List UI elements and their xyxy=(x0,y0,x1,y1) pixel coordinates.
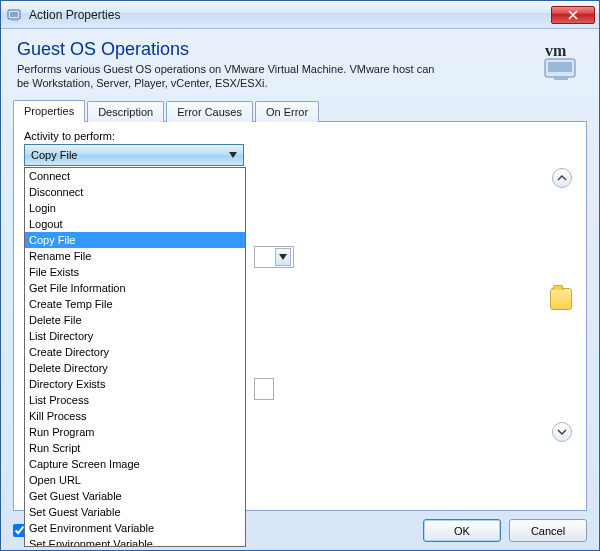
chevron-up-icon xyxy=(557,173,567,183)
activity-option[interactable]: Kill Process xyxy=(25,408,245,424)
vmware-logo: vm xyxy=(539,39,583,83)
svg-rect-1 xyxy=(10,12,18,17)
activity-option[interactable]: Run Script xyxy=(25,440,245,456)
activity-option[interactable]: Get Environment Variable xyxy=(25,520,245,536)
dialog-window: Action Properties Guest OS Operations Pe… xyxy=(0,0,600,551)
tab-on-error[interactable]: On Error xyxy=(255,101,319,122)
activity-label: Activity to perform: xyxy=(24,130,576,142)
activity-option[interactable]: Get File Information xyxy=(25,280,245,296)
tab-error-causes[interactable]: Error Causes xyxy=(166,101,253,122)
activity-dropdown[interactable]: ConnectDisconnectLoginLogoutCopy FileRen… xyxy=(24,167,246,547)
section-expand-button[interactable] xyxy=(552,422,572,442)
svg-rect-5 xyxy=(548,62,572,72)
header-text: Guest OS Operations Performs various Gue… xyxy=(17,39,531,91)
page-description: Performs various Guest OS operations on … xyxy=(17,62,447,91)
tabs: PropertiesDescriptionError CausesOn Erro… xyxy=(1,99,599,121)
activity-option[interactable]: Create Directory xyxy=(25,344,245,360)
tab-panel-properties: Activity to perform: Copy File ConnectDi… xyxy=(13,121,587,511)
activity-option[interactable]: Logout xyxy=(25,216,245,232)
activity-option[interactable]: Get Guest Variable xyxy=(25,488,245,504)
activity-option[interactable]: List Directory xyxy=(25,328,245,344)
activity-option[interactable]: Rename File xyxy=(25,248,245,264)
hidden-input-edge[interactable] xyxy=(254,378,274,400)
activity-option[interactable]: Login xyxy=(25,200,245,216)
activity-option[interactable]: Directory Exists xyxy=(25,376,245,392)
ok-button[interactable]: OK xyxy=(423,519,501,542)
close-button[interactable] xyxy=(551,6,595,24)
titlebar: Action Properties xyxy=(1,1,599,29)
activity-option[interactable]: Run Program xyxy=(25,424,245,440)
activity-option[interactable]: Copy File xyxy=(25,232,245,248)
page-title: Guest OS Operations xyxy=(17,39,531,60)
hidden-combo[interactable] xyxy=(254,246,294,268)
section-collapse-button[interactable] xyxy=(552,168,572,188)
tab-description[interactable]: Description xyxy=(87,101,164,122)
activity-option[interactable]: Set Guest Variable xyxy=(25,504,245,520)
activity-option[interactable]: Set Environment Variable xyxy=(25,536,245,547)
activity-option[interactable]: File Exists xyxy=(25,264,245,280)
activity-option[interactable]: Delete Directory xyxy=(25,360,245,376)
window-title: Action Properties xyxy=(29,8,551,22)
activity-option[interactable]: List Process xyxy=(25,392,245,408)
app-icon xyxy=(7,7,23,23)
activity-option[interactable]: Connect xyxy=(25,168,245,184)
chevron-down-icon xyxy=(557,427,567,437)
activity-option[interactable]: Capture Screen Image xyxy=(25,456,245,472)
chevron-down-icon xyxy=(275,248,291,266)
cancel-button[interactable]: Cancel xyxy=(509,519,587,542)
tab-properties[interactable]: Properties xyxy=(13,100,85,122)
activity-combo[interactable]: Copy File ConnectDisconnectLoginLogoutCo… xyxy=(24,144,244,166)
browse-folder-button[interactable] xyxy=(550,288,572,310)
activity-option[interactable]: Delete File xyxy=(25,312,245,328)
chevron-down-icon xyxy=(225,145,241,165)
svg-rect-6 xyxy=(554,77,568,80)
activity-option[interactable]: Open URL xyxy=(25,472,245,488)
activity-combo-value: Copy File xyxy=(31,149,225,161)
activity-option[interactable]: Disconnect xyxy=(25,184,245,200)
close-icon xyxy=(568,10,578,20)
header: Guest OS Operations Performs various Gue… xyxy=(1,29,599,99)
activity-option[interactable]: Create Temp File xyxy=(25,296,245,312)
svg-rect-2 xyxy=(12,19,18,21)
svg-text:vm: vm xyxy=(545,42,567,59)
